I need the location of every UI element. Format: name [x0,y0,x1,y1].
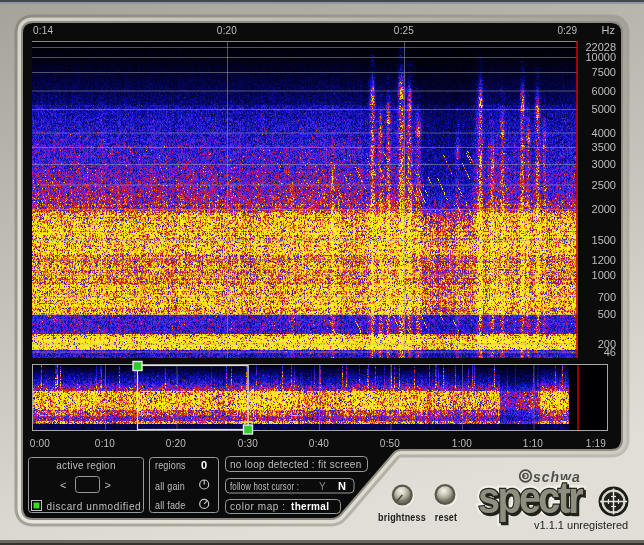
svg-text:spectr: spectr [478,473,583,523]
